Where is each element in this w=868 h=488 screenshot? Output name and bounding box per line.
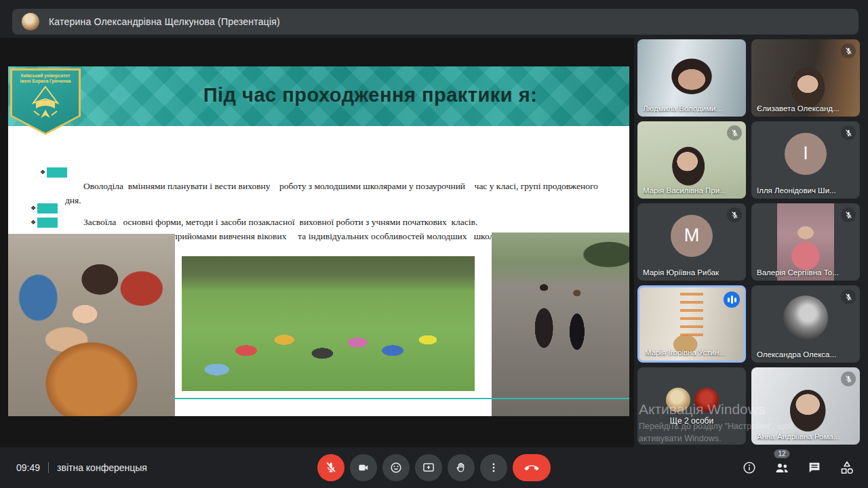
info-icon xyxy=(742,460,757,475)
raise-hand-button[interactable] xyxy=(448,454,475,481)
mic-off-icon xyxy=(841,289,856,304)
presenter-avatar xyxy=(22,13,39,30)
overflow-participants-tile[interactable]: Ще 2 особи xyxy=(637,367,746,445)
mic-off-icon xyxy=(841,125,856,140)
participant-name: Ілля Леонідович Ши... xyxy=(757,186,836,195)
call-controls xyxy=(317,454,551,481)
camera-icon xyxy=(357,461,370,474)
participant-tile[interactable]: М Марія Юріївна Рибак xyxy=(637,203,746,281)
smiley-icon xyxy=(389,461,403,474)
mic-off-icon xyxy=(727,207,742,222)
participant-name: Марія Ігорівна Устин... xyxy=(645,348,726,357)
chat-button[interactable] xyxy=(806,459,823,476)
participant-tile[interactable]: Олександра Олекса... xyxy=(751,285,860,363)
slide-title: Під час проходження практики я: xyxy=(117,84,624,106)
presentation-slide: Під час проходження практики я: Київськи… xyxy=(8,66,629,416)
overflow-count-label: Ще 2 особи xyxy=(637,416,746,426)
camera-button[interactable] xyxy=(350,454,377,481)
photo-children-exercising xyxy=(182,256,475,391)
chat-icon xyxy=(807,460,822,475)
more-options-button[interactable] xyxy=(480,454,507,481)
participant-tile[interactable]: Людмила Володими... xyxy=(637,39,746,117)
mic-off-button[interactable] xyxy=(317,454,344,481)
bullet-marker: ❖ xyxy=(31,167,67,178)
meeting-details-button[interactable] xyxy=(741,459,758,476)
people-button[interactable]: 12 xyxy=(773,459,791,476)
meeting-info: 09:49 звітна конференцыя xyxy=(16,447,147,488)
participant-name: Олександра Олекса... xyxy=(757,350,836,359)
participant-name: Людмила Володими... xyxy=(643,104,722,113)
slide-header-band: Під час проходження практики я: xyxy=(8,66,629,126)
present-screen-icon xyxy=(422,461,435,474)
present-screen-button[interactable] xyxy=(415,454,442,481)
mic-off-icon xyxy=(727,125,742,140)
group-avatar xyxy=(694,388,719,412)
slide-divider-line xyxy=(173,398,629,399)
participant-name: Анна Андріївна Рома... xyxy=(757,432,840,441)
activities-icon xyxy=(839,460,855,476)
participant-name: Валерія Сергіївна То... xyxy=(757,268,839,277)
panel-controls: 12 xyxy=(741,447,856,488)
more-vert-icon xyxy=(487,461,500,474)
meeting-toolbar: 09:49 звітна конференцыя xyxy=(0,447,868,488)
participant-tile[interactable]: І Ілля Леонідович Ши... xyxy=(751,121,860,199)
photo-avatar xyxy=(783,296,828,340)
call-end-icon xyxy=(524,460,539,475)
participant-tile-active-speaker[interactable]: Марія Ігорівна Устин... xyxy=(637,285,746,363)
participant-tile[interactable]: Валерія Сергіївна То... xyxy=(751,203,860,281)
mic-off-icon xyxy=(841,43,856,58)
participant-tile[interactable]: Марія Василівна При... xyxy=(637,121,746,199)
mic-off-icon xyxy=(324,461,338,474)
activities-button[interactable] xyxy=(838,459,856,476)
meet-window: Катерина Олександрівна Щелкунова (Презен… xyxy=(0,0,868,488)
end-call-button[interactable] xyxy=(513,454,551,481)
letter-avatar: І xyxy=(785,133,827,175)
participant-tile[interactable]: Єлизавета Олександ... xyxy=(751,39,860,117)
presenter-banner[interactable]: Катерина Олександрівна Щелкунова (Презен… xyxy=(12,9,859,35)
people-icon xyxy=(774,460,790,476)
university-logo-text: Київський університет імені Бориса Грінч… xyxy=(16,73,75,84)
participant-name: Єлизавета Олександ... xyxy=(757,104,840,113)
bullet-marker: ❖ xyxy=(31,218,58,228)
open-book-emblem xyxy=(27,85,64,121)
group-avatar xyxy=(666,388,690,412)
presentation-stage[interactable]: Під час проходження практики я: Київськи… xyxy=(0,38,634,447)
photo-children-huddle xyxy=(8,234,175,416)
letter-avatar: М xyxy=(671,215,713,257)
clock-time: 09:49 xyxy=(16,462,40,473)
divider xyxy=(48,462,49,473)
participant-tile[interactable]: Анна Андріївна Рома... xyxy=(751,367,860,445)
presenter-name: Катерина Олександрівна Щелкунова (Презен… xyxy=(49,16,280,27)
participant-name: Марія Василівна При... xyxy=(643,186,726,195)
mic-off-icon xyxy=(841,207,856,222)
speaking-indicator-icon xyxy=(724,291,740,308)
participant-name: Марія Юріївна Рибак xyxy=(643,268,719,277)
mic-off-icon xyxy=(841,371,856,386)
bullet-marker: ❖ xyxy=(31,203,58,214)
raise-hand-icon xyxy=(454,461,468,474)
background-ladder xyxy=(680,293,703,340)
participant-count-badge: 12 xyxy=(774,449,789,458)
meeting-name: звітна конференцыя xyxy=(57,462,147,473)
photo-children-walking xyxy=(492,232,629,416)
reactions-button[interactable] xyxy=(382,454,410,481)
